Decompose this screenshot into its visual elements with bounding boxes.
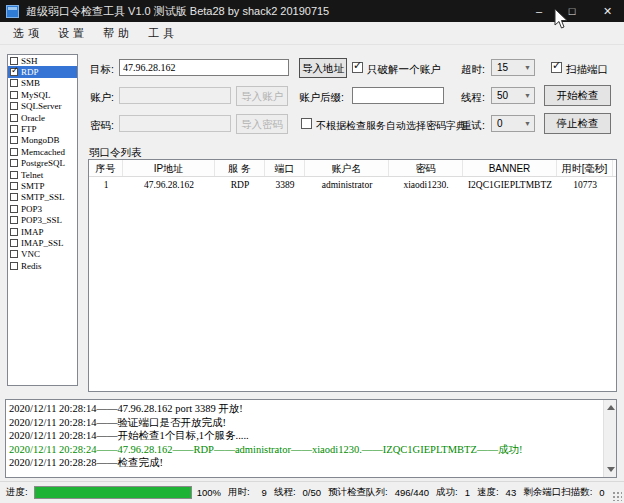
column-header-7[interactable]: 用时[毫秒]	[557, 160, 613, 176]
service-item-imap_ssl[interactable]: IMAP_SSL	[8, 237, 77, 248]
service-checkbox[interactable]: ✓	[10, 68, 18, 76]
service-item-smtp[interactable]: SMTP	[8, 180, 77, 191]
elapsed-value: 9	[262, 487, 267, 498]
service-item-smb[interactable]: SMB	[8, 78, 77, 89]
service-item-pop3_ssl[interactable]: POP3_SSL	[8, 214, 77, 225]
threads-select[interactable]: 50▼	[491, 87, 535, 104]
column-header-0[interactable]: 序号	[89, 160, 123, 176]
service-item-imap[interactable]: IMAP	[8, 226, 77, 237]
service-item-telnet[interactable]: Telnet	[8, 169, 77, 180]
service-item-memcached[interactable]: Memcached	[8, 146, 77, 157]
queue-label: 预计检查队列:	[328, 486, 388, 499]
account-suffix-label: 账户后缀:	[299, 91, 344, 105]
service-checkbox[interactable]	[10, 228, 18, 236]
progress-label: 进度:	[6, 486, 28, 499]
service-label: PostgreSQL	[21, 158, 65, 168]
column-header-1[interactable]: IP地址	[123, 160, 215, 176]
service-checkbox[interactable]	[10, 102, 18, 110]
retry-label: 重试:	[461, 119, 485, 133]
service-checkbox[interactable]	[10, 193, 18, 201]
titlebar: 超级弱口令检查工具 V1.0 测试版 Beta28 by shack2 2019…	[0, 0, 624, 22]
service-checkbox[interactable]	[10, 125, 18, 133]
service-item-oracle[interactable]: Oracle	[8, 112, 77, 123]
table-cell: I2QC1GIEPLTMBTZ	[463, 177, 557, 193]
service-checkbox[interactable]	[10, 205, 18, 213]
scroll-up-icon[interactable]	[607, 405, 615, 410]
retry-select[interactable]: 0▼	[491, 115, 535, 132]
service-label: POP3_SSL	[21, 215, 62, 225]
start-check-button[interactable]: 开始检查	[544, 85, 611, 106]
column-header-2[interactable]: 服 务	[215, 160, 265, 176]
log-output[interactable]: 2020/12/11 20:28:14——47.96.28.162 port 3…	[5, 399, 617, 478]
service-checkbox[interactable]	[10, 239, 18, 247]
service-item-postgresql[interactable]: PostgreSQL	[8, 158, 77, 169]
service-label: SMTP_SSL	[21, 192, 65, 202]
service-item-pop3[interactable]: POP3	[8, 203, 77, 214]
target-label: 目标:	[90, 63, 114, 77]
log-lines: 2020/12/11 20:28:14——47.96.28.162 port 3…	[9, 402, 600, 470]
service-item-ftp[interactable]: FTP	[8, 123, 77, 134]
menu-options[interactable]: 选项	[11, 24, 45, 43]
service-label: Telnet	[21, 170, 43, 180]
scroll-down-icon[interactable]	[607, 467, 615, 472]
log-scrollbar[interactable]	[603, 400, 616, 477]
service-item-smtp_ssl[interactable]: SMTP_SSL	[8, 192, 77, 203]
scan-port-checkbox[interactable]: ✓	[551, 62, 562, 73]
close-button[interactable]: ✕	[591, 0, 624, 22]
chevron-down-icon: ▼	[521, 64, 534, 71]
menu-tools[interactable]: 工具	[146, 24, 180, 43]
service-checkbox[interactable]	[10, 159, 18, 167]
service-checkbox[interactable]	[10, 171, 18, 179]
remaining-ports-value: 0	[599, 487, 604, 498]
threads-status-label: 线程:	[274, 486, 296, 499]
target-input[interactable]	[119, 59, 289, 76]
service-checkbox[interactable]	[10, 91, 18, 99]
no-dict-checkbox[interactable]	[301, 118, 312, 129]
results-table-body: 147.96.28.162RDP3389administratorxiaodi1…	[89, 177, 616, 193]
import-account-button: 导入账户	[236, 86, 288, 106]
queue-value: 496/440	[395, 487, 429, 498]
column-header-5[interactable]: 密码	[389, 160, 463, 176]
service-checkbox[interactable]	[10, 262, 18, 270]
service-item-redis[interactable]: Redis	[8, 260, 77, 271]
column-header-4[interactable]: 账户名	[305, 160, 389, 176]
column-header-3[interactable]: 端口	[265, 160, 305, 176]
service-checkbox[interactable]	[10, 182, 18, 190]
table-cell: 10773	[557, 177, 613, 193]
minimize-button[interactable]: –	[524, 0, 554, 22]
service-label: IMAP	[21, 227, 44, 237]
stop-check-button[interactable]: 停止检查	[544, 113, 611, 134]
resize-grip[interactable]	[612, 491, 622, 501]
service-checkbox[interactable]	[10, 250, 18, 258]
service-item-sqlserver[interactable]: SQLServer	[8, 101, 77, 112]
service-item-mongodb[interactable]: MongoDB	[8, 135, 77, 146]
crack-one-checkbox[interactable]: ✓	[352, 62, 363, 73]
mouse-cursor-icon	[554, 9, 569, 30]
service-checkbox[interactable]	[10, 216, 18, 224]
service-checkbox[interactable]	[10, 148, 18, 156]
elapsed-label: 用时:	[228, 486, 250, 499]
service-checkbox[interactable]	[10, 57, 18, 65]
menu-settings[interactable]: 设置	[56, 24, 90, 43]
service-label: SSH	[21, 56, 38, 66]
service-checkbox[interactable]	[10, 136, 18, 144]
table-row[interactable]: 147.96.28.162RDP3389administratorxiaodi1…	[89, 177, 616, 193]
service-item-mysql[interactable]: MySQL	[8, 89, 77, 100]
import-address-button[interactable]: 导入地址	[299, 58, 347, 78]
no-dict-label: 不根据检查服务自动选择密码字典	[316, 119, 466, 133]
service-item-vnc[interactable]: VNC	[8, 249, 77, 260]
service-label: FTP	[21, 124, 37, 134]
service-checkbox[interactable]	[10, 114, 18, 122]
account-label: 账户:	[90, 91, 114, 105]
timeout-select[interactable]: 15▼	[491, 59, 535, 76]
column-header-6[interactable]: BANNER	[463, 160, 557, 176]
password-label: 密码:	[90, 119, 114, 133]
account-suffix-input[interactable]	[352, 87, 444, 104]
log-line: 2020/12/11 20:28:14——验证端口是否开放完成!	[9, 416, 600, 430]
table-cell: RDP	[215, 177, 265, 193]
service-checkbox[interactable]	[10, 79, 18, 87]
log-line: 2020/12/11 20:28:14——开始检查1个目标,1个服务.....	[9, 429, 600, 443]
menu-help[interactable]: 帮助	[101, 24, 135, 43]
table-cell: 1	[89, 177, 123, 193]
service-item-rdp[interactable]: ✓RDP	[8, 66, 77, 77]
